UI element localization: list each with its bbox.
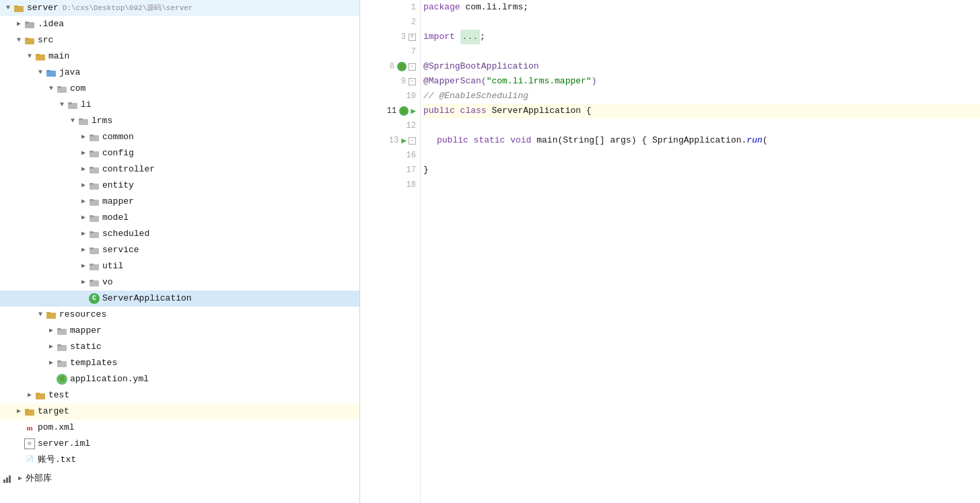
tree-item-java[interactable]: java <box>0 65 359 81</box>
line-num-1: 1 <box>411 3 416 12</box>
code-lines[interactable]: package com.li.lrms; import ...; @Spring… <box>421 0 980 503</box>
arrow-service[interactable] <box>78 242 89 258</box>
arrow-model[interactable] <box>78 210 89 226</box>
svg-rect-15 <box>79 118 83 120</box>
arrow-test[interactable] <box>24 387 35 403</box>
mapperscan-value: "com.li.lrms.mapper" <box>487 74 592 89</box>
fold-icon-9[interactable]: - <box>409 78 416 85</box>
gutter-1: 1 <box>360 0 420 15</box>
tree-item-test[interactable]: test <box>0 387 359 403</box>
arrow-li[interactable] <box>57 97 67 113</box>
folder-icon-server <box>13 3 24 13</box>
arrow-target[interactable] <box>13 403 24 420</box>
svg-rect-27 <box>90 215 94 217</box>
arrow-common[interactable] <box>78 129 89 145</box>
import-collapsed[interactable]: ... <box>460 30 480 44</box>
tree-item-com[interactable]: com <box>0 81 359 97</box>
tree-item-lrms[interactable]: lrms <box>0 113 359 129</box>
folder-icon-mapper2 <box>57 325 67 336</box>
arrow-com[interactable] <box>46 81 57 97</box>
tree-item-scheduled[interactable]: scheduled <box>0 226 359 242</box>
tree-item-util[interactable]: util <box>0 258 359 274</box>
arrow-controller[interactable] <box>78 161 89 178</box>
arrow-main[interactable] <box>24 48 35 65</box>
arrow-entity[interactable] <box>78 178 89 194</box>
tree-item-vo[interactable]: vo <box>0 274 359 291</box>
tree-item-server-root[interactable]: server D:\cxs\Desktop\092\源码\server <box>0 0 359 16</box>
tree-item-mapper[interactable]: mapper <box>0 194 359 210</box>
tree-item-idea[interactable]: .idea <box>0 16 359 32</box>
svg-rect-3 <box>25 22 29 24</box>
tree-item-mapper2[interactable]: mapper <box>0 323 359 339</box>
code-editor[interactable]: 1 2 3 + 7 8 🌿 - 9 - <box>360 0 980 503</box>
code-line-17: } <box>423 163 980 178</box>
tree-item-entity[interactable]: entity <box>0 178 359 194</box>
tree-label-resources: resources <box>59 307 106 323</box>
arrow-util[interactable] <box>78 258 89 274</box>
tree-item-li[interactable]: li <box>0 97 359 113</box>
line-num-17: 17 <box>407 165 416 175</box>
tree-item-model[interactable]: model <box>0 210 359 226</box>
tree-item-templates[interactable]: templates <box>0 355 359 371</box>
arrow-resources[interactable] <box>35 307 46 323</box>
tree-item-static[interactable]: static <box>0 339 359 355</box>
tree-item-service[interactable]: service <box>0 242 359 258</box>
fold-icon-3[interactable]: + <box>409 34 416 41</box>
tree-label-common: common <box>102 129 134 145</box>
svg-rect-47 <box>25 409 29 411</box>
tree-item-iml[interactable]: ⚙ server.iml <box>0 436 359 452</box>
tree-item-common[interactable]: common <box>0 129 359 145</box>
tree-label-service: service <box>102 242 139 258</box>
arrow-config[interactable] <box>78 145 89 161</box>
tree-label-java: java <box>59 65 80 81</box>
kw-package: package <box>423 0 465 15</box>
tree-item-external-lib[interactable]: 外部库 <box>0 471 359 487</box>
tree-label-mapper: mapper <box>102 194 134 210</box>
fold-icon-8[interactable]: - <box>409 63 416 71</box>
tree-item-main[interactable]: main <box>0 48 359 65</box>
arrow-idea[interactable] <box>13 16 24 32</box>
svg-rect-11 <box>57 86 61 88</box>
arrow-src[interactable] <box>13 32 24 48</box>
arrow-mapper[interactable] <box>78 194 89 210</box>
tree-item-resources[interactable]: resources <box>0 307 359 323</box>
file-tree[interactable]: server D:\cxs\Desktop\092\源码\server .ide… <box>0 0 360 503</box>
svg-rect-31 <box>90 247 94 249</box>
arrow-mapper2[interactable] <box>46 323 57 339</box>
run-icon-11[interactable]: ▶ <box>411 106 416 116</box>
bean-icon-8[interactable]: 🌿 <box>397 62 407 71</box>
folder-icon-model <box>89 212 100 223</box>
tree-item-config[interactable]: config <box>0 145 359 161</box>
arrow-vo[interactable] <box>78 274 89 291</box>
tree-label-iml: server.iml <box>38 436 90 452</box>
folder-icon-li <box>67 100 78 110</box>
tree-item-controller[interactable]: controller <box>0 161 359 178</box>
spring-app-run: SpringApplication. <box>652 133 746 148</box>
tree-item-pom[interactable]: m pom.xml <box>0 420 359 436</box>
arrow-java[interactable] <box>35 65 46 81</box>
gutter-3: 3 + <box>360 30 420 44</box>
folder-icon-config <box>89 148 100 159</box>
tree-item-txt[interactable]: 📄 账号.txt <box>0 452 359 468</box>
bean-icon-11[interactable]: 🌿 <box>399 106 409 116</box>
arrow-templates[interactable] <box>46 355 57 371</box>
arrow-external-lib[interactable] <box>15 471 26 487</box>
fold-icon-13[interactable]: - <box>409 137 416 145</box>
svg-rect-50 <box>9 475 11 483</box>
tree-item-serverapplication[interactable]: C ServerApplication <box>0 291 359 307</box>
arrow-server[interactable] <box>3 0 13 16</box>
run-icon-13[interactable]: ▶ <box>401 135 407 146</box>
line-num-12: 12 <box>407 121 416 130</box>
arrow-lrms[interactable] <box>67 113 78 129</box>
import-semi: ; <box>480 30 485 44</box>
tree-item-src[interactable]: src <box>0 32 359 48</box>
tree-item-application-yml[interactable]: 🌿 application.yml <box>0 371 359 387</box>
kw-class: class <box>460 104 492 118</box>
folder-icon-java <box>46 67 57 78</box>
arrow-scheduled[interactable] <box>78 226 89 242</box>
code-line-9: @MapperScan("com.li.lrms.mapper") <box>423 74 980 89</box>
tree-item-target[interactable]: target <box>0 403 359 420</box>
comment-scheduling: // @EnableScheduling <box>423 89 528 104</box>
arrow-static[interactable] <box>46 339 57 355</box>
svg-rect-25 <box>90 199 94 201</box>
